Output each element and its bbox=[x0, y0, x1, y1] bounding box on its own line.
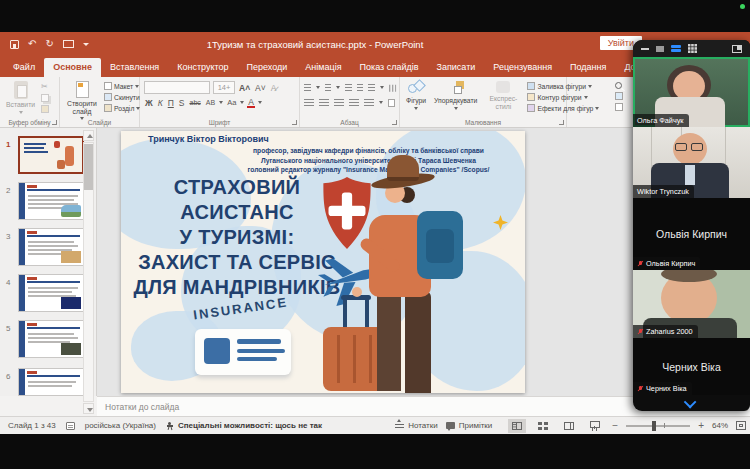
slide-affiliation: професор, завідувач кафедри фінансів, об… bbox=[216, 146, 521, 175]
increase-indent-icon[interactable] bbox=[357, 84, 364, 92]
bullets-icon[interactable] bbox=[304, 84, 311, 92]
font-name-box[interactable] bbox=[144, 81, 210, 94]
comments-toggle[interactable]: Примітки bbox=[446, 421, 493, 430]
tab-transitions[interactable]: Переходи bbox=[238, 58, 297, 77]
group-clipboard: Вставити ✂ Буфер обміну bbox=[0, 77, 60, 127]
underline-button[interactable]: П bbox=[167, 98, 175, 108]
columns-icon[interactable] bbox=[364, 99, 374, 107]
reset-button[interactable]: Скинути bbox=[104, 93, 140, 101]
new-slide-button[interactable]: Створити слайд bbox=[64, 80, 100, 121]
proofing-icon[interactable] bbox=[66, 422, 75, 430]
thumbnail-scrollbar[interactable] bbox=[83, 130, 94, 414]
justify-icon[interactable] bbox=[349, 99, 359, 107]
drawing-dialog-launcher[interactable] bbox=[559, 120, 564, 125]
change-case-button[interactable]: Aa bbox=[226, 98, 237, 107]
zoom-slider-thumb[interactable] bbox=[652, 421, 656, 431]
strip-view-icon[interactable] bbox=[671, 45, 681, 53]
thumb-number: 3 bbox=[6, 232, 16, 241]
scroll-down-icon[interactable] bbox=[83, 403, 94, 414]
tab-design[interactable]: Конструктор bbox=[168, 58, 237, 77]
slide-thumbnail-6[interactable] bbox=[18, 368, 84, 396]
bold-button[interactable]: Ж bbox=[144, 98, 154, 108]
font-size-box[interactable]: 14+ bbox=[213, 81, 235, 94]
paragraph-dialog-launcher[interactable] bbox=[392, 120, 397, 125]
slide-thumbnail-1[interactable] bbox=[18, 136, 84, 174]
font-dialog-launcher[interactable] bbox=[292, 120, 297, 125]
layout-button[interactable]: Макет bbox=[104, 82, 140, 90]
slide-sorter-view-button[interactable] bbox=[534, 419, 552, 433]
text-shadow-button[interactable]: S bbox=[178, 98, 186, 108]
collapse-panel-button[interactable] bbox=[633, 395, 750, 411]
italic-button[interactable]: К bbox=[157, 98, 164, 108]
shrink-font-icon[interactable]: A˅ bbox=[254, 83, 267, 93]
tab-review[interactable]: Рецензування bbox=[484, 58, 561, 77]
speaker-view-icon[interactable] bbox=[732, 45, 742, 53]
slide-author: Тринчук Віктор Вікторович bbox=[148, 134, 269, 144]
participant-tile[interactable]: Wiktor Trynczuk bbox=[633, 127, 750, 198]
arrange-button[interactable]: Упорядкувати bbox=[432, 80, 479, 115]
status-bar: Слайд 1 з 43 російська (Україна) Спеціал… bbox=[0, 416, 750, 434]
accessibility-checker[interactable]: Спеціальні можливості: щось не так bbox=[166, 421, 322, 430]
copy-icon[interactable] bbox=[41, 94, 49, 102]
shapes-button[interactable]: Фігури bbox=[404, 80, 428, 115]
zoom-slider[interactable] bbox=[626, 425, 690, 427]
line-spacing-icon[interactable] bbox=[368, 84, 375, 92]
zoom-level[interactable]: 64% bbox=[712, 421, 728, 430]
section-button[interactable]: Розділ bbox=[104, 104, 140, 112]
gallery-view-icon[interactable] bbox=[688, 44, 697, 53]
language-indicator[interactable]: російська (Україна) bbox=[85, 421, 156, 430]
tab-view[interactable]: Подання bbox=[561, 58, 615, 77]
align-left-icon[interactable] bbox=[304, 99, 314, 107]
reading-view-button[interactable] bbox=[560, 419, 578, 433]
slide-counter: Слайд 1 з 43 bbox=[8, 421, 56, 430]
tab-file[interactable]: Файл bbox=[4, 58, 44, 77]
slide-thumbnail-2[interactable] bbox=[18, 182, 84, 220]
minimize-video-icon[interactable] bbox=[641, 48, 649, 50]
zoom-out-button[interactable]: − bbox=[612, 420, 618, 431]
tab-animations[interactable]: Анімація bbox=[296, 58, 350, 77]
window-title: 1Туризм та страховий асистанс.pptx - Pow… bbox=[0, 32, 630, 56]
scrollbar-thumb[interactable] bbox=[84, 144, 93, 190]
smartart-icon[interactable] bbox=[388, 99, 395, 107]
align-center-icon[interactable] bbox=[319, 99, 329, 107]
tab-record[interactable]: Записати bbox=[428, 58, 485, 77]
tab-home[interactable]: Основне bbox=[44, 58, 101, 77]
cut-icon[interactable]: ✂ bbox=[41, 82, 49, 91]
strikethrough-button[interactable]: abc bbox=[188, 99, 201, 106]
camera-indicator-dot bbox=[740, 4, 745, 9]
font-color-button[interactable]: А bbox=[247, 98, 255, 108]
slide-thumbnail-3[interactable] bbox=[18, 228, 84, 266]
notes-toggle[interactable]: Нотатки bbox=[395, 421, 438, 430]
format-painter-icon[interactable] bbox=[41, 105, 49, 113]
insurance-card-graphic bbox=[195, 329, 291, 375]
quick-styles-button[interactable]: Експрес-стилі bbox=[483, 80, 523, 115]
grow-font-icon[interactable]: A˄ bbox=[238, 83, 251, 93]
tab-insert[interactable]: Вставлення bbox=[101, 58, 168, 77]
participant-tile[interactable]: Черних Віка Черних Віка bbox=[633, 338, 750, 395]
text-direction-icon[interactable] bbox=[388, 84, 396, 91]
tab-slideshow[interactable]: Показ слайдів bbox=[351, 58, 428, 77]
align-right-icon[interactable] bbox=[334, 99, 344, 107]
normal-view-button[interactable] bbox=[508, 419, 526, 433]
participant-tile[interactable]: Ольга Файчук bbox=[633, 57, 750, 127]
slide-thumbnail-4[interactable] bbox=[18, 274, 84, 312]
slide-canvas[interactable]: Тринчук Віктор Вікторович професор, заві… bbox=[121, 131, 525, 393]
fit-to-window-icon[interactable] bbox=[736, 421, 746, 430]
arrange-icon bbox=[449, 81, 463, 95]
character-spacing-button[interactable]: АВ bbox=[205, 99, 216, 106]
numbering-icon[interactable] bbox=[325, 84, 332, 92]
paste-button[interactable]: Вставити bbox=[4, 80, 37, 115]
comments-icon bbox=[446, 422, 455, 429]
small-view-icon[interactable] bbox=[656, 46, 664, 52]
participant-tile[interactable]: Ольвія Кирпич Ольвія Кирпич bbox=[633, 198, 750, 270]
scroll-up-icon[interactable] bbox=[83, 130, 94, 141]
participant-tile[interactable]: Zaharius 2000 bbox=[633, 270, 750, 338]
decrease-indent-icon[interactable] bbox=[345, 84, 352, 92]
slideshow-view-button[interactable] bbox=[586, 419, 604, 433]
clipboard-dialog-launcher[interactable] bbox=[52, 120, 57, 125]
zoom-in-button[interactable]: + bbox=[698, 420, 704, 431]
meeting-panel: Ольга Файчук Wiktor Trynczuk Ольвія Кирп… bbox=[633, 40, 750, 411]
clear-format-icon[interactable]: A̷ bbox=[270, 83, 278, 93]
notes-icon bbox=[395, 422, 404, 429]
slide-thumbnail-5[interactable] bbox=[18, 320, 84, 358]
